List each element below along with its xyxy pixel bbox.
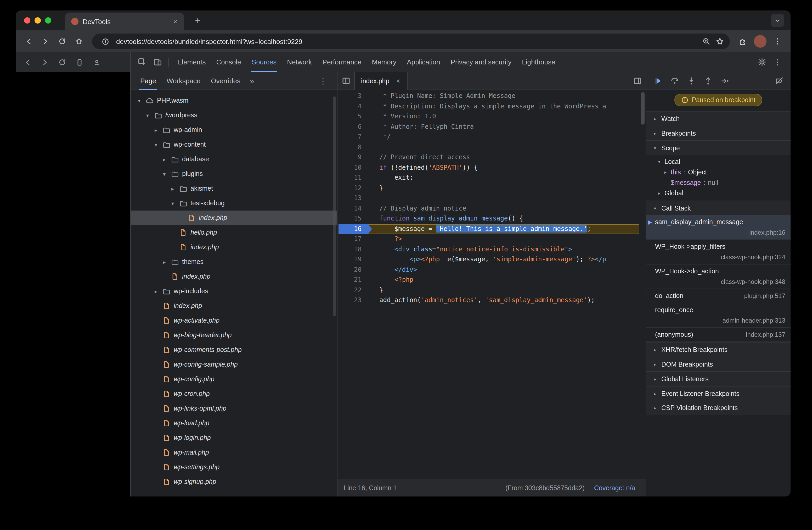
more-tabs-icon[interactable]: » [246, 76, 259, 85]
panel-tab-performance[interactable]: Performance [317, 52, 367, 72]
code-line-16[interactable]: 16 $message = 'Hello! This is a simple a… [337, 224, 646, 234]
minimize-window-button[interactable] [34, 17, 41, 24]
section-call-stack[interactable]: ▾Call Stack [646, 200, 791, 215]
section-global-listeners[interactable]: ▸Global Listeners [646, 371, 791, 386]
line-number[interactable]: 21 [337, 275, 368, 285]
code-line-6[interactable]: 6 * Author: Fellyph Cintra [337, 122, 646, 132]
section-watch[interactable]: ▸Watch [646, 111, 791, 126]
home-icon[interactable] [71, 33, 87, 49]
code-line-14[interactable]: 14// Display admin notice [337, 204, 646, 214]
execution-line-marker[interactable]: 16 [337, 224, 368, 234]
chevron-right-icon[interactable]: ▸ [161, 259, 168, 265]
navigator-tab-page[interactable]: Page [135, 72, 161, 90]
tree-item-wp-config-php[interactable]: wp-config.php [131, 372, 337, 387]
address-bar[interactable]: devtools://devtools/bundled/inspector.ht… [92, 33, 730, 49]
line-number[interactable]: 14 [337, 204, 368, 214]
code-line-15[interactable]: 15function sam_display_admin_message() { [337, 214, 646, 224]
touch-icon[interactable] [89, 54, 105, 70]
settings-gear-icon[interactable] [754, 54, 770, 70]
section-breakpoints[interactable]: ▸Breakpoints [646, 126, 791, 140]
panel-tab-sources[interactable]: Sources [246, 52, 282, 72]
tree-item-wp-content[interactable]: ▾wp-content [131, 137, 337, 152]
chevron-down-icon[interactable]: ▾ [153, 142, 159, 148]
step-over-icon[interactable] [669, 76, 680, 86]
tree-item-wp-activate-php[interactable]: wp-activate.php [131, 313, 337, 328]
line-number[interactable]: 19 [337, 254, 368, 265]
tree-item-wp-links-opml-php[interactable]: wp-links-opml.php [131, 401, 337, 416]
tree-item-test-xdebug[interactable]: ▾test-xdebug [131, 196, 337, 211]
code-line-19[interactable]: 19 <p><?php _e($message, 'simple-admin-m… [337, 254, 646, 265]
panel-tab-application[interactable]: Application [402, 52, 445, 72]
step-into-icon[interactable] [686, 76, 696, 86]
chevron-down-icon[interactable]: ▾ [170, 200, 176, 206]
extensions-puzzle-icon[interactable] [735, 33, 751, 49]
code-line-12[interactable]: 12} [337, 183, 646, 193]
panel-tab-network[interactable]: Network [282, 52, 317, 72]
chevron-right-icon[interactable]: ▸ [161, 156, 168, 162]
tree-item-wp-login-php[interactable]: wp-login.php [131, 431, 337, 445]
line-number[interactable]: 17 [337, 234, 368, 244]
tree-item-wordpress[interactable]: ▾/wordpress [131, 108, 337, 123]
forward-icon[interactable] [37, 54, 53, 70]
line-number[interactable]: 9 [337, 152, 368, 163]
chevron-right-icon[interactable]: ▸ [153, 288, 159, 294]
tree-item-wp-settings-php[interactable]: wp-settings.php [131, 460, 337, 474]
section-dom-breakpoints[interactable]: ▸DOM Breakpoints [646, 357, 791, 371]
code-line-22[interactable]: 22} [337, 285, 646, 295]
panel-tab-privacy-and-security[interactable]: Privacy and security [446, 52, 517, 72]
tree-item-wp-cron-php[interactable]: wp-cron.php [131, 387, 337, 401]
tree-item-wp-mail-php[interactable]: wp-mail.php [131, 445, 337, 460]
tree-item-php-wasm[interactable]: ▾PHP.wasm [131, 93, 337, 108]
call-stack-frame-do-action[interactable]: do_actionplugin.php:517 [646, 289, 791, 303]
close-window-button[interactable] [24, 17, 30, 24]
code-editor[interactable]: 3 * Plugin Name: Simple Admin Message4 *… [337, 90, 646, 479]
scope-global[interactable]: ▸Global [646, 188, 791, 198]
line-number[interactable]: 13 [337, 193, 368, 204]
tree-item-wp-includes[interactable]: ▸wp-includes [131, 284, 337, 298]
back-icon[interactable] [21, 33, 37, 49]
call-stack-frame-wp-hook-do-action[interactable]: WP_Hook->do_actionclass-wp-hook.php:348 [646, 264, 791, 289]
tree-item-database[interactable]: ▸database [131, 152, 337, 167]
code-line-18[interactable]: 18 <div class="notice notice-info is-dis… [337, 244, 646, 254]
line-number[interactable]: 10 [337, 163, 368, 173]
panel-tab-elements[interactable]: Elements [172, 52, 211, 72]
code-line-4[interactable]: 4 * Description: Displays a simple messa… [337, 101, 646, 112]
tree-item-index-php[interactable]: index.php [131, 211, 337, 225]
tree-item-index-php[interactable]: index.php [131, 240, 337, 254]
section-scope[interactable]: ▾Scope [646, 140, 791, 155]
step-out-icon[interactable] [702, 76, 713, 86]
new-tab-button[interactable]: + [190, 13, 205, 28]
device-toolbar-icon[interactable] [150, 54, 165, 70]
device-frame-icon[interactable] [72, 54, 87, 70]
deactivate-breakpoints-icon[interactable] [774, 76, 784, 86]
navigator-tab-workspace[interactable]: Workspace [161, 72, 206, 90]
code-line-20[interactable]: 20 </div> [337, 265, 646, 275]
bookmark-star-icon[interactable] [713, 34, 727, 48]
chevron-right-icon[interactable]: ▸ [170, 186, 176, 192]
line-number[interactable]: 12 [337, 183, 368, 193]
zoom-window-button[interactable] [45, 17, 51, 24]
tree-item-wp-comments-post-php[interactable]: wp-comments-post.php [131, 343, 337, 357]
code-line-17[interactable]: 17 ?> [337, 234, 646, 244]
resume-icon[interactable] [652, 76, 663, 86]
tree-item-wp-blog-header-php[interactable]: wp-blog-header.php [131, 328, 337, 343]
navigator-menu-icon[interactable]: ⋮ [314, 76, 333, 86]
zoom-icon[interactable] [699, 34, 713, 48]
code-line-3[interactable]: 3 * Plugin Name: Simple Admin Message [337, 91, 646, 101]
scope-local[interactable]: ▾Local [646, 157, 791, 167]
tree-item-wp-config-sample-php[interactable]: wp-config-sample.php [131, 357, 337, 372]
toggle-navigator-icon[interactable] [337, 72, 354, 90]
code-line-9[interactable]: 9// Prevent direct access [337, 152, 646, 163]
panel-tab-console[interactable]: Console [211, 52, 246, 72]
tree-item-akismet[interactable]: ▸akismet [131, 181, 337, 196]
line-number[interactable]: 5 [337, 112, 368, 122]
profile-avatar[interactable] [754, 35, 767, 48]
chevron-down-icon[interactable]: ▾ [161, 171, 168, 177]
line-number[interactable]: 23 [337, 295, 368, 306]
reload-icon[interactable] [54, 33, 70, 49]
navigator-scrollbar[interactable] [333, 96, 336, 316]
line-number[interactable]: 6 [337, 122, 368, 132]
call-stack-frame-wp-hook-apply-filters[interactable]: WP_Hook->apply_filtersclass-wp-hook.php:… [646, 240, 791, 264]
tree-item-wp-signup-php[interactable]: wp-signup.php [131, 474, 337, 489]
line-number[interactable]: 20 [337, 265, 368, 275]
